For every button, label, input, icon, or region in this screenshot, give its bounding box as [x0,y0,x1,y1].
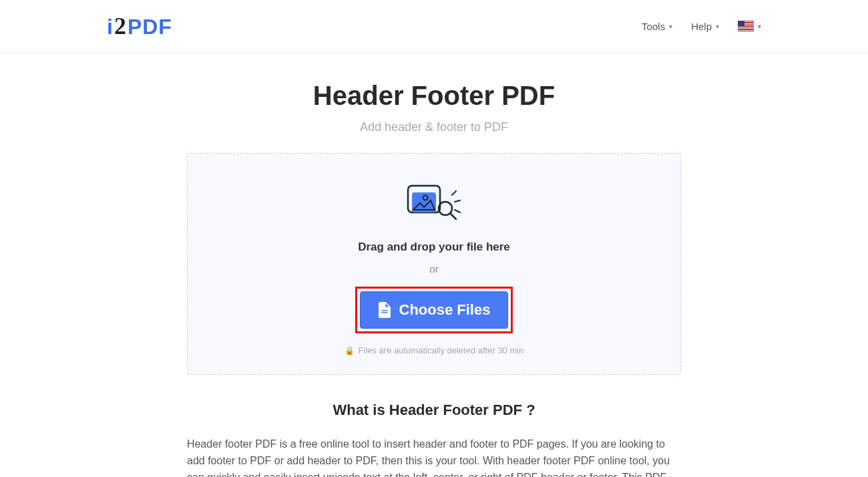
choose-files-label: Choose Files [399,301,491,319]
nav-help[interactable]: Help ▾ [691,21,719,32]
image-search-icon [404,183,464,224]
nav-language[interactable]: ▾ [738,21,761,31]
logo-i: i [107,15,113,39]
chevron-down-icon: ▾ [758,23,761,30]
file-icon [378,302,391,318]
svg-line-6 [455,200,460,202]
lock-icon: 🔒 [345,346,355,355]
logo-2: 2 [114,12,126,40]
svg-line-5 [452,191,456,195]
dropzone-note-text: Files are automatically deleted after 30… [359,345,524,355]
nav: Tools ▾ Help ▾ ▾ [642,21,761,32]
nav-tools[interactable]: Tools ▾ [642,21,672,32]
dropzone[interactable]: Drag and drop your file here or Choose F… [187,153,681,375]
page-subtitle: Add header & footer to PDF [120,120,748,134]
us-flag-icon [738,21,754,31]
choose-files-button[interactable]: Choose Files [360,291,509,329]
chevron-down-icon: ▾ [716,23,719,30]
nav-help-label: Help [691,21,712,32]
main: Header Footer PDF Add header & footer to… [107,53,761,477]
info-body: Header footer PDF is a free online tool … [187,436,681,477]
svg-line-7 [455,210,460,212]
svg-line-4 [451,214,456,219]
dropzone-text: Drag and drop your file here [201,241,667,254]
dropzone-note: 🔒 Files are automatically deleted after … [201,345,667,355]
choose-files-highlight: Choose Files [355,287,513,333]
nav-tools-label: Tools [642,21,665,32]
dropzone-or: or [201,263,667,275]
logo-pdf: PDF [128,15,172,39]
logo[interactable]: i 2 PDF [107,12,172,40]
chevron-down-icon: ▾ [669,23,672,30]
header: i 2 PDF Tools ▾ Help ▾ ▾ [0,0,868,53]
page-title: Header Footer PDF [120,81,748,111]
info-heading: What is Header Footer PDF ? [120,402,748,419]
